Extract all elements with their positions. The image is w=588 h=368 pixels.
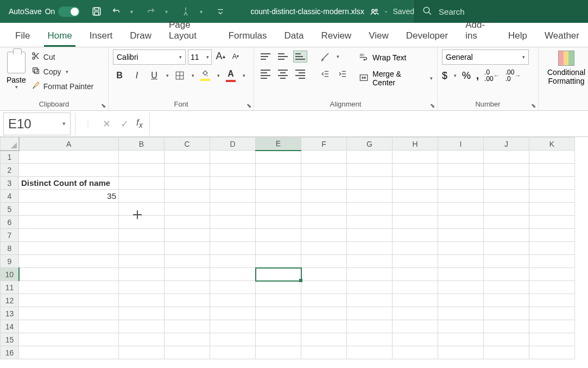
col-header-h[interactable]: H xyxy=(393,138,438,151)
row-header-3[interactable]: 3 xyxy=(1,177,19,190)
cell-e13[interactable] xyxy=(256,307,301,320)
cell-h7[interactable] xyxy=(393,229,438,242)
cell-h4[interactable] xyxy=(393,190,438,203)
cell-d5[interactable] xyxy=(210,203,256,216)
cell-i9[interactable] xyxy=(438,255,484,268)
cell-d7[interactable] xyxy=(210,229,256,242)
cell-b16[interactable] xyxy=(119,346,165,359)
col-header-g[interactable]: G xyxy=(347,138,393,151)
tab-help[interactable]: Help xyxy=(500,25,536,47)
cell-g8[interactable] xyxy=(347,242,393,255)
percent-format-button[interactable]: % xyxy=(462,70,471,82)
increase-decimal-button[interactable]: .0.00 ← xyxy=(484,69,500,82)
decrease-font-icon[interactable]: A▾ xyxy=(229,49,242,63)
cell-k8[interactable] xyxy=(529,242,575,255)
cell-e2[interactable] xyxy=(256,164,301,177)
cell-j13[interactable] xyxy=(484,307,529,320)
cell-g5[interactable] xyxy=(347,203,393,216)
row-header-2[interactable]: 2 xyxy=(1,164,19,177)
cell-j8[interactable] xyxy=(484,242,529,255)
cell-d2[interactable] xyxy=(210,164,256,177)
underline-button[interactable]: U xyxy=(148,69,161,82)
tab-draw[interactable]: Draw xyxy=(121,25,160,47)
align-right-button[interactable] xyxy=(293,68,307,80)
cell-f13[interactable] xyxy=(301,307,347,320)
cell-a12[interactable] xyxy=(19,294,119,307)
number-launcher-icon[interactable]: ⬊ xyxy=(529,102,537,109)
clipboard-launcher-icon[interactable]: ⬊ xyxy=(99,102,107,109)
cell-d11[interactable] xyxy=(210,281,256,294)
cell-k2[interactable] xyxy=(529,164,575,177)
alignment-launcher-icon[interactable]: ⬊ xyxy=(428,102,436,109)
font-size-select[interactable]: 11 ▾ xyxy=(188,49,212,65)
cell-a10[interactable] xyxy=(19,268,119,281)
cell-h15[interactable] xyxy=(393,333,438,346)
cell-a3[interactable]: Distinct Count of name xyxy=(19,177,119,190)
cell-g4[interactable] xyxy=(347,190,393,203)
cell-j3[interactable] xyxy=(484,177,529,190)
cell-h3[interactable] xyxy=(393,177,438,190)
align-left-button[interactable] xyxy=(258,68,273,80)
cell-c8[interactable] xyxy=(165,242,210,255)
number-format-select[interactable]: General ▾ xyxy=(442,49,529,65)
formula-menu-icon[interactable]: ⋮ xyxy=(84,120,92,128)
cell-f12[interactable] xyxy=(301,294,347,307)
cell-c9[interactable] xyxy=(165,255,210,268)
cell-i4[interactable] xyxy=(438,190,484,203)
wrap-text-button[interactable]: ab Wrap Text xyxy=(358,52,433,63)
cell-c11[interactable] xyxy=(165,281,210,294)
cell-a6[interactable] xyxy=(19,216,119,229)
cell-k13[interactable] xyxy=(529,307,575,320)
cell-e8[interactable] xyxy=(256,242,301,255)
cell-c6[interactable] xyxy=(165,216,210,229)
cell-d16[interactable] xyxy=(210,346,256,359)
cell-a2[interactable] xyxy=(19,164,119,177)
cell-b2[interactable] xyxy=(119,164,165,177)
cell-b15[interactable] xyxy=(119,333,165,346)
cell-g14[interactable] xyxy=(347,320,393,333)
underline-dropdown-icon[interactable]: ▾ xyxy=(166,73,169,78)
cell-i8[interactable] xyxy=(438,242,484,255)
cell-c16[interactable] xyxy=(165,346,210,359)
cell-a14[interactable] xyxy=(19,320,119,333)
cancel-formula-button[interactable]: ✕ xyxy=(103,118,111,130)
cell-i3[interactable] xyxy=(438,177,484,190)
bold-button[interactable]: B xyxy=(113,69,126,82)
cell-g15[interactable] xyxy=(347,333,393,346)
cell-f1[interactable] xyxy=(301,151,347,164)
cell-c10[interactable] xyxy=(165,268,210,281)
cell-g12[interactable] xyxy=(347,294,393,307)
cell-b3[interactable] xyxy=(119,177,165,190)
cell-f6[interactable] xyxy=(301,216,347,229)
row-header-16[interactable]: 16 xyxy=(1,346,19,359)
cell-f11[interactable] xyxy=(301,281,347,294)
cell-g3[interactable] xyxy=(347,177,393,190)
cell-j2[interactable] xyxy=(484,164,529,177)
merge-dropdown-icon[interactable]: ▾ xyxy=(430,76,433,81)
cell-i1[interactable] xyxy=(438,151,484,164)
cell-c12[interactable] xyxy=(165,294,210,307)
cell-k10[interactable] xyxy=(529,268,575,281)
tab-view[interactable]: View xyxy=(360,25,397,47)
cell-c13[interactable] xyxy=(165,307,210,320)
cell-f16[interactable] xyxy=(301,346,347,359)
cell-i11[interactable] xyxy=(438,281,484,294)
comma-format-button[interactable]: , xyxy=(476,70,479,82)
formula-input[interactable] xyxy=(149,113,588,135)
cell-h1[interactable] xyxy=(393,151,438,164)
cell-h11[interactable] xyxy=(393,281,438,294)
cell-f14[interactable] xyxy=(301,320,347,333)
cell-i15[interactable] xyxy=(438,333,484,346)
cell-d10[interactable] xyxy=(210,268,256,281)
cell-k7[interactable] xyxy=(529,229,575,242)
col-header-i[interactable]: I xyxy=(438,138,484,151)
tab-review[interactable]: Review xyxy=(312,25,360,47)
cell-h12[interactable] xyxy=(393,294,438,307)
cell-j9[interactable] xyxy=(484,255,529,268)
align-center-button[interactable] xyxy=(276,68,290,80)
cell-e16[interactable] xyxy=(256,346,301,359)
cell-e1[interactable] xyxy=(256,151,301,164)
cell-d3[interactable] xyxy=(210,177,256,190)
cell-e10[interactable] xyxy=(256,268,301,281)
cell-c5[interactable] xyxy=(165,203,210,216)
